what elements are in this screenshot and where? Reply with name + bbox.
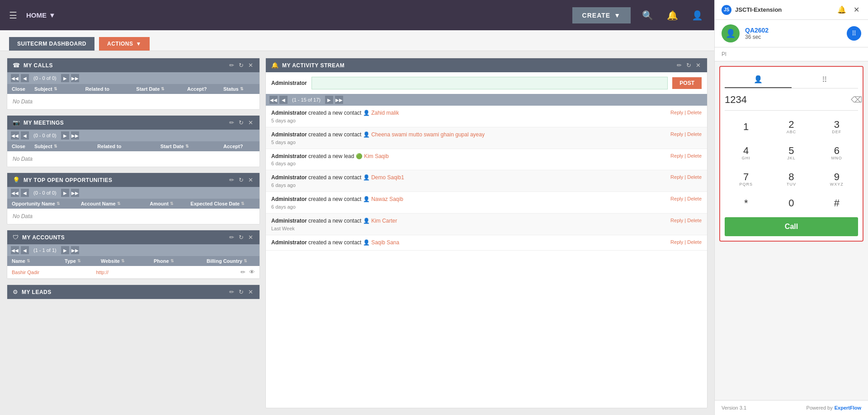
activity-close-btn[interactable]: ✕	[695, 62, 702, 69]
profile-button[interactable]: 👤	[689, 8, 705, 23]
jscti-bell-btn[interactable]: 🔔	[835, 5, 848, 15]
create-button[interactable]: CREATE ▼	[572, 7, 631, 23]
suitecrm-dashboard-tab[interactable]: SUITECRM DASHBOARD	[9, 37, 94, 51]
meetings-close-btn[interactable]: ✕	[247, 119, 254, 126]
meetings-edit-btn[interactable]: ✏	[228, 119, 235, 126]
notifications-button[interactable]: 🔔	[665, 8, 680, 23]
dialpad-key-1[interactable]: 1	[725, 115, 767, 139]
acc-col-website[interactable]: Website ⇅	[101, 258, 149, 264]
accounts-prev-first-btn[interactable]: ◀◀	[11, 246, 19, 254]
activity-prev-btn[interactable]: ◀	[279, 96, 288, 104]
meetings-col-related[interactable]: Related to	[97, 144, 156, 149]
activity-item-actions[interactable]: Reply | Delete	[670, 239, 702, 246]
opp-next-last-btn[interactable]: ▶▶	[71, 189, 79, 197]
leads-edit-btn[interactable]: ✏	[228, 289, 235, 295]
activity-item-link[interactable]: Nawaz Saqib	[371, 196, 403, 202]
activity-prev-first-btn[interactable]: ◀◀	[269, 96, 278, 104]
caller-grid-button[interactable]: ⠿	[847, 26, 861, 41]
opp-close-btn[interactable]: ✕	[247, 177, 254, 183]
meetings-prev-btn[interactable]: ◀	[21, 131, 29, 140]
hamburger-button[interactable]: ☰	[9, 10, 17, 21]
accounts-prev-btn[interactable]: ◀	[21, 246, 29, 254]
acc-col-type[interactable]: Type ⇅	[65, 258, 96, 264]
account-row-view-btn[interactable]: 👁	[249, 269, 255, 275]
dialpad-key-*[interactable]: *	[725, 194, 767, 213]
calls-col-status[interactable]: Status ⇅	[223, 86, 255, 92]
calls-close-btn[interactable]: ✕	[247, 62, 254, 69]
opp-col-closedate[interactable]: Expected Close Date ⇅	[190, 201, 255, 206]
dialpad-call-button[interactable]: Call	[725, 217, 858, 236]
account-row-edit-btn[interactable]: ✏	[241, 269, 245, 275]
dialpad-key-8[interactable]: 8 TUV	[770, 168, 812, 191]
calls-col-accept[interactable]: Accept?	[187, 86, 219, 92]
leads-close-btn[interactable]: ✕	[247, 289, 254, 295]
activity-delete-link[interactable]: Delete	[687, 174, 702, 180]
dialpad-clear-button[interactable]: ⌫	[849, 93, 864, 107]
activity-edit-btn[interactable]: ✏	[676, 62, 683, 69]
activity-item-actions[interactable]: Reply | Delete	[670, 217, 702, 224]
dialpad-key-3[interactable]: 3 DEF	[816, 115, 858, 139]
dialpad-key-9[interactable]: 9 WXYZ	[816, 168, 858, 191]
activity-item-link[interactable]: Kim Carter	[371, 218, 397, 224]
activity-item-actions[interactable]: Reply | Delete	[670, 109, 702, 116]
home-nav[interactable]: HOME ▼	[26, 11, 56, 19]
dialpad-key-#[interactable]: #	[816, 194, 858, 213]
opp-prev-btn[interactable]: ◀	[21, 189, 29, 197]
activity-delete-link[interactable]: Delete	[687, 239, 702, 245]
activity-item-actions[interactable]: Reply | Delete	[670, 153, 702, 159]
account-website-link[interactable]: http://	[96, 270, 140, 275]
dialpad-key-7[interactable]: 7 PQRS	[725, 168, 767, 191]
dialpad-key-6[interactable]: 6 MNO	[816, 141, 858, 165]
calls-edit-btn[interactable]: ✏	[228, 62, 235, 69]
calls-next-last-btn[interactable]: ▶▶	[71, 74, 79, 82]
activity-next-btn[interactable]: ▶	[325, 96, 333, 104]
activity-delete-link[interactable]: Delete	[687, 218, 702, 223]
activity-reply-link[interactable]: Reply	[670, 153, 683, 159]
dialpad-number-input[interactable]	[725, 92, 849, 107]
activity-reply-link[interactable]: Reply	[670, 239, 683, 245]
activity-next-last-btn[interactable]: ▶▶	[335, 96, 343, 104]
account-name-link[interactable]: Bashir Qadir	[12, 270, 56, 275]
meetings-next-btn[interactable]: ▶	[61, 131, 69, 140]
opp-prev-first-btn[interactable]: ◀◀	[11, 189, 19, 197]
activity-delete-link[interactable]: Delete	[687, 153, 702, 159]
accounts-edit-btn[interactable]: ✏	[228, 234, 235, 241]
opp-next-btn[interactable]: ▶	[61, 189, 69, 197]
acc-col-phone[interactable]: Phone ⇅	[154, 258, 202, 264]
accounts-refresh-btn[interactable]: ↻	[238, 234, 245, 241]
opp-col-account[interactable]: Account Name ⇅	[81, 201, 146, 206]
activity-item-link[interactable]: Zahid malik	[371, 110, 399, 116]
calls-prev-first-btn[interactable]: ◀◀	[11, 74, 19, 82]
meetings-prev-first-btn[interactable]: ◀◀	[11, 131, 19, 140]
activity-item-actions[interactable]: Reply | Delete	[670, 174, 702, 181]
opp-edit-btn[interactable]: ✏	[228, 177, 235, 183]
calls-col-subject[interactable]: Subject ⇅	[34, 86, 81, 92]
activity-item-link[interactable]: Saqib Sana	[371, 239, 399, 246]
activity-reply-link[interactable]: Reply	[670, 218, 683, 223]
activity-item-actions[interactable]: Reply | Delete	[670, 196, 702, 202]
leads-refresh-btn[interactable]: ↻	[238, 289, 245, 295]
actions-tab[interactable]: ACTIONS ▼	[99, 37, 150, 51]
accounts-next-last-btn[interactable]: ▶▶	[71, 246, 79, 254]
activity-delete-link[interactable]: Delete	[687, 110, 702, 115]
activity-item-link[interactable]: Cheena swami mutto swami ghain gupal aye…	[371, 131, 485, 138]
calls-next-btn[interactable]: ▶	[61, 74, 69, 82]
activity-refresh-btn[interactable]: ↻	[685, 62, 692, 69]
jscti-close-btn[interactable]: ✕	[852, 5, 861, 15]
activity-reply-link[interactable]: Reply	[670, 174, 683, 180]
activity-delete-link[interactable]: Delete	[687, 196, 702, 201]
activity-reply-link[interactable]: Reply	[670, 110, 683, 115]
dialpad-grid-tab[interactable]: ⠿	[792, 71, 859, 88]
post-button[interactable]: POST	[672, 77, 702, 89]
activity-reply-link[interactable]: Reply	[670, 131, 683, 137]
dialpad-key-4[interactable]: 4 GHI	[725, 141, 767, 165]
dialpad-key-0[interactable]: 0	[770, 194, 812, 213]
activity-post-input[interactable]	[311, 77, 668, 89]
calls-col-startdate[interactable]: Start Date ⇅	[136, 86, 183, 92]
meetings-col-accept[interactable]: Accept?	[223, 144, 255, 149]
opp-refresh-btn[interactable]: ↻	[238, 177, 245, 183]
dialpad-key-5[interactable]: 5 JKL	[770, 141, 812, 165]
dialpad-key-2[interactable]: 2 ABC	[770, 115, 812, 139]
search-button[interactable]: 🔍	[640, 8, 656, 23]
accounts-close-btn[interactable]: ✕	[247, 234, 254, 241]
